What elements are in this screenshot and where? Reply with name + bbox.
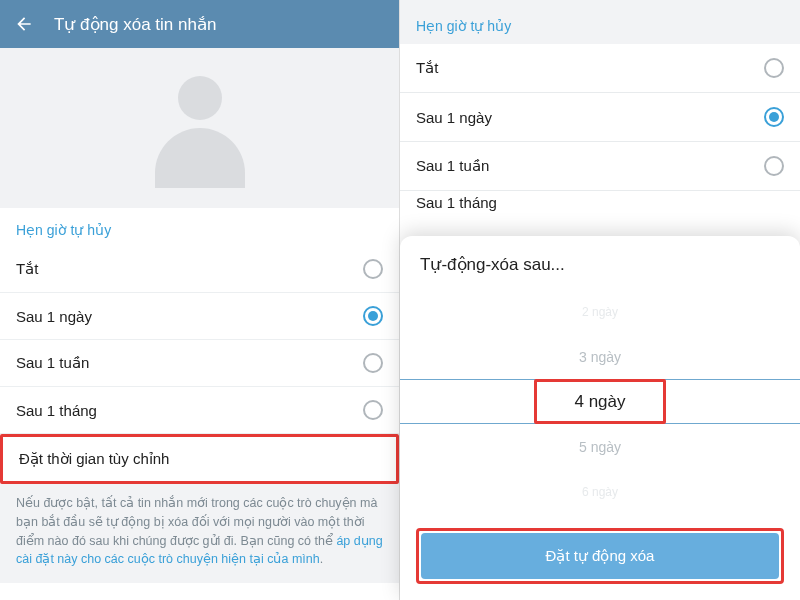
option-1-week[interactable]: Sau 1 tuần (0, 340, 399, 387)
option-label: Sau 1 tháng (16, 402, 97, 419)
radio-icon (764, 156, 784, 176)
page-title: Tự động xóa tin nhắn (54, 14, 216, 35)
option-label: Tắt (416, 59, 438, 77)
confirm-button[interactable]: Đặt tự động xóa (421, 533, 779, 579)
wheel-item: 6 ngày (400, 469, 800, 514)
highlight-custom-time: Đặt thời gian tùy chỉnh (0, 434, 399, 484)
avatar-icon (150, 68, 250, 188)
time-picker-wheel[interactable]: 2 ngày 3 ngày 4 ngày 5 ngày 6 ngày (400, 289, 800, 514)
radio-icon (363, 353, 383, 373)
wheel-item: 5 ngày (400, 424, 800, 469)
screenshot-container: Tự động xóa tin nhắn Hẹn giờ tự hủy Tắt … (0, 0, 800, 600)
option-off[interactable]: Tắt (0, 246, 399, 293)
wheel-item-selected: 4 ngày (400, 379, 800, 424)
wheel-item: 2 ngày (400, 289, 800, 334)
sheet-title: Tự-động-xóa sau... (400, 254, 800, 289)
option-custom-time[interactable]: Đặt thời gian tùy chỉnh (3, 437, 396, 481)
left-pane: Tự động xóa tin nhắn Hẹn giờ tự hủy Tắt … (0, 0, 400, 600)
option-label: Sau 1 tuần (416, 157, 489, 175)
option-1-day[interactable]: Sau 1 ngày (400, 93, 800, 142)
back-icon[interactable] (14, 14, 34, 34)
highlight-confirm-button: Đặt tự động xóa (416, 528, 784, 584)
section-title: Hẹn giờ tự hủy (400, 0, 800, 44)
right-pane: Hẹn giờ tự hủy Tắt Sau 1 ngày Sau 1 tuần… (400, 0, 800, 600)
option-off[interactable]: Tắt (400, 44, 800, 93)
avatar-placeholder (0, 48, 399, 208)
option-label: Đặt thời gian tùy chỉnh (19, 450, 169, 467)
option-1-month[interactable]: Sau 1 tháng (400, 191, 800, 217)
option-1-day[interactable]: Sau 1 ngày (0, 293, 399, 340)
radio-icon (363, 306, 383, 326)
right-background-list: Hẹn giờ tự hủy Tắt Sau 1 ngày Sau 1 tuần… (400, 0, 800, 217)
option-label: Sau 1 ngày (416, 109, 492, 126)
section-title: Hẹn giờ tự hủy (0, 208, 399, 246)
radio-icon (764, 58, 784, 78)
option-label: Sau 1 tháng (416, 194, 497, 211)
option-1-month[interactable]: Sau 1 tháng (0, 387, 399, 434)
option-1-week[interactable]: Sau 1 tuần (400, 142, 800, 191)
header-bar: Tự động xóa tin nhắn (0, 0, 399, 48)
bottom-sheet: Tự-động-xóa sau... 2 ngày 3 ngày 4 ngày … (400, 236, 800, 600)
option-label: Sau 1 ngày (16, 308, 92, 325)
radio-icon (363, 259, 383, 279)
radio-icon (764, 107, 784, 127)
confirm-label: Đặt tự động xóa (546, 547, 655, 565)
wheel-item: 3 ngày (400, 334, 800, 379)
footer-description: Nếu được bật, tất cả tin nhắn mới trong … (0, 484, 399, 583)
option-label: Tắt (16, 260, 38, 278)
radio-icon (363, 400, 383, 420)
option-label: Sau 1 tuần (16, 354, 89, 372)
